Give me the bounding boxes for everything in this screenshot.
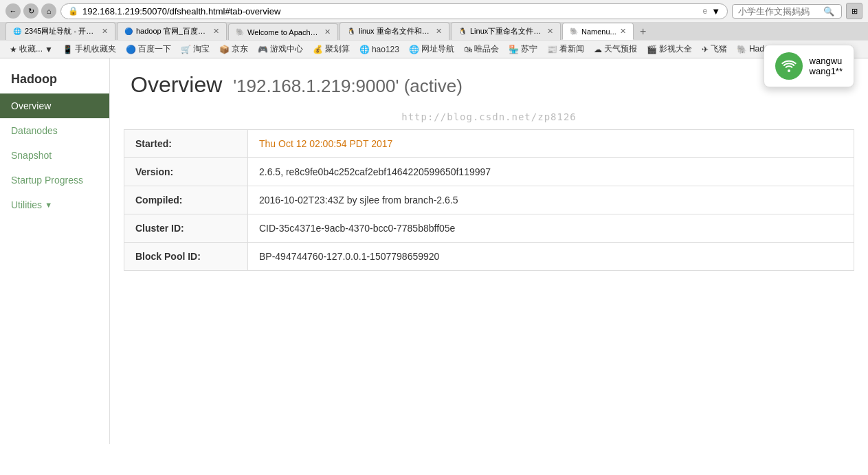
ie-icon: e bbox=[702, 6, 707, 16]
bookmark-hao123-icon: 🌐 bbox=[359, 45, 370, 54]
bookmark-collections[interactable]: ★ 收藏... ▼ bbox=[5, 42, 57, 56]
search-bar[interactable]: 🔍 bbox=[732, 4, 842, 19]
bookmark-nav-icon: 🌐 bbox=[409, 45, 419, 54]
tab-close-4[interactable]: ✕ bbox=[547, 27, 553, 36]
tab-close-2[interactable]: ✕ bbox=[324, 27, 331, 36]
bookmark-news-icon: 📰 bbox=[547, 45, 557, 54]
page-title-sub: '192.168.1.219:9000' (active) bbox=[233, 76, 463, 96]
bookmark-suning[interactable]: 🏪 苏宁 bbox=[504, 42, 542, 56]
bookmark-star-icon: ★ bbox=[10, 45, 17, 54]
table-row: Block Pool ID: BP-494744760-127.0.0.1-15… bbox=[124, 243, 854, 271]
tab-0[interactable]: 🌐 2345网址导航 - 开创中国互... ✕ bbox=[5, 22, 115, 40]
sidebar-item-startup-progress[interactable]: Startup Progress bbox=[0, 168, 109, 192]
tab-favicon-1: 🔵 bbox=[124, 27, 133, 35]
browser-controls: ← ↻ ⌂ bbox=[5, 3, 56, 19]
tab-4[interactable]: 🐧 Linux下重命名文件或文件夹... ✕ bbox=[451, 22, 561, 40]
bookmark-news[interactable]: 📰 看新闻 bbox=[543, 42, 588, 56]
tab-5[interactable]: 🐘 Namenu... ✕ bbox=[562, 23, 634, 40]
bookmark-jd[interactable]: 📦 京东 bbox=[215, 42, 252, 56]
bookmark-weather[interactable]: ☁ 天气预报 bbox=[590, 42, 641, 56]
sidebar-item-datanodes[interactable]: Datanodes bbox=[0, 118, 109, 143]
bookmarks-bar: ★ 收藏... ▼ 📱 手机收藏夹 🔵 百度一下 🛒 淘宝 📦 京东 🎮 游戏中… bbox=[0, 40, 868, 58]
tab-favicon-3: 🐧 bbox=[347, 27, 355, 35]
tab-favicon-0: 🌐 bbox=[13, 27, 21, 35]
tab-label-3: linux 重命名文件和文件夹 ... bbox=[359, 26, 432, 36]
table-row: Started: Thu Oct 12 02:00:54 PDT 2017 bbox=[124, 130, 854, 158]
tab-close-5[interactable]: ✕ bbox=[620, 27, 626, 36]
tab-2[interactable]: 🐘 Welcome to Apache™ Ha... ✕ bbox=[228, 23, 338, 40]
tab-close-0[interactable]: ✕ bbox=[102, 27, 108, 36]
bookmark-nav[interactable]: 🌐 网址导航 bbox=[405, 42, 458, 56]
table-row: Version: 2.6.5, re8c9fe0b4c252caf2ebf146… bbox=[124, 158, 854, 186]
main-content: Overview '192.168.1.219:9000' (active) h… bbox=[110, 58, 868, 444]
wifi-user1: wangwu bbox=[810, 56, 843, 66]
info-table: Started: Thu Oct 12 02:00:54 PDT 2017 Ve… bbox=[124, 129, 854, 271]
search-input[interactable] bbox=[738, 6, 821, 16]
address-bar-row: ← ↻ ⌂ 🔒 e ▼ 🔍 ⊞ bbox=[0, 0, 868, 22]
refresh-button[interactable]: ↻ bbox=[23, 3, 38, 19]
address-input[interactable] bbox=[82, 6, 698, 16]
tabs-bar: 🌐 2345网址导航 - 开创中国互... ✕ 🔵 hadoop 官网_百度搜索… bbox=[0, 22, 868, 40]
lock-icon: 🔒 bbox=[68, 6, 78, 16]
bookmark-juhuasuan-icon: 💰 bbox=[313, 45, 323, 54]
wifi-popup[interactable]: wangwu wang1** bbox=[764, 45, 854, 87]
sidebar-item-overview[interactable]: Overview bbox=[0, 93, 109, 118]
home-button[interactable]: ⌂ bbox=[41, 3, 56, 19]
bookmark-video-icon: 🎬 bbox=[647, 45, 657, 54]
watermark: http://blog.csdn.net/zp8126 bbox=[110, 111, 868, 122]
bookmark-games[interactable]: 🎮 游戏中心 bbox=[254, 42, 307, 56]
sidebar-item-snapshot[interactable]: Snapshot bbox=[0, 143, 109, 168]
wifi-user-info: wangwu wang1** bbox=[810, 56, 843, 76]
bookmark-video[interactable]: 🎬 影视大全 bbox=[643, 42, 696, 56]
info-value-cluster-id: CID-35c4371e-9acb-4370-bcc0-7785b8bff05e bbox=[248, 214, 854, 243]
bookmark-taobao-icon: 🛒 bbox=[181, 45, 191, 54]
tab-1[interactable]: 🔵 hadoop 官网_百度搜索 ✕ bbox=[117, 22, 227, 40]
bookmark-fly-icon: ✈ bbox=[702, 45, 709, 54]
bookmark-hadoop-icon: 🐘 bbox=[737, 45, 747, 54]
address-bar[interactable]: 🔒 e ▼ bbox=[60, 3, 728, 19]
bookmark-baidu[interactable]: 🔵 百度一下 bbox=[122, 42, 175, 56]
info-value-started: Thu Oct 12 02:00:54 PDT 2017 bbox=[248, 130, 854, 158]
bookmark-vipshop[interactable]: 🛍 唯品会 bbox=[460, 42, 503, 56]
back-button[interactable]: ← bbox=[5, 3, 21, 19]
info-label-started: Started: bbox=[124, 130, 248, 158]
dropdown-icon[interactable]: ▼ bbox=[711, 6, 720, 16]
bookmark-vip-icon: 🛍 bbox=[464, 45, 472, 54]
bookmark-baidu-icon: 🔵 bbox=[126, 45, 136, 54]
sidebar: Hadoop Overview Datanodes Snapshot Start… bbox=[0, 58, 110, 444]
utilities-dropdown-arrow: ▼ bbox=[45, 201, 52, 209]
info-label-compiled: Compiled: bbox=[124, 186, 248, 214]
tab-favicon-5: 🐘 bbox=[570, 27, 578, 35]
tab-close-3[interactable]: ✕ bbox=[436, 27, 442, 36]
tab-favicon-2: 🐘 bbox=[236, 28, 244, 36]
bookmark-mobile[interactable]: 📱 手机收藏夹 bbox=[58, 42, 120, 56]
bookmark-taobao[interactable]: 🛒 淘宝 bbox=[177, 42, 214, 56]
bookmark-weather-icon: ☁ bbox=[594, 45, 602, 54]
search-icon[interactable]: 🔍 bbox=[823, 6, 834, 16]
sidebar-item-utilities[interactable]: Utilities ▼ bbox=[0, 192, 109, 217]
info-value-block-pool-id: BP-494744760-127.0.0.1-1507798659920 bbox=[248, 243, 854, 271]
wifi-user2: wang1** bbox=[810, 66, 843, 76]
tab-label-2: Welcome to Apache™ Ha... bbox=[247, 28, 321, 36]
bookmark-juhuasuan[interactable]: 💰 聚划算 bbox=[309, 42, 354, 56]
new-tab-button[interactable]: + bbox=[635, 23, 652, 40]
bookmark-mobile-icon: 📱 bbox=[63, 45, 73, 54]
tab-close-1[interactable]: ✕ bbox=[213, 27, 219, 36]
browser-chrome: ← ↻ ⌂ 🔒 e ▼ 🔍 ⊞ 🌐 2345网址导航 - 开创中国互... ✕ … bbox=[0, 0, 868, 58]
info-value-compiled: 2016-10-02T23:43Z by sjlee from branch-2… bbox=[248, 186, 854, 214]
tab-3[interactable]: 🐧 linux 重命名文件和文件夹 ... ✕ bbox=[340, 22, 449, 40]
info-value-version: 2.6.5, re8c9fe0b4c252caf2ebf146422059965… bbox=[248, 158, 854, 186]
bookmark-suning-icon: 🏪 bbox=[509, 45, 519, 54]
tab-label-1: hadoop 官网_百度搜索 bbox=[136, 26, 210, 36]
bookmark-fly[interactable]: ✈ 飞猪 bbox=[698, 42, 731, 56]
extension-button[interactable]: ⊞ bbox=[846, 3, 863, 19]
tab-label-4: Linux下重命名文件或文件夹... bbox=[470, 26, 544, 36]
page-content: Hadoop Overview Datanodes Snapshot Start… bbox=[0, 58, 868, 444]
sidebar-nav: Overview Datanodes Snapshot Startup Prog… bbox=[0, 93, 109, 217]
tab-label-5: Namenu... bbox=[581, 27, 616, 36]
page-title: Overview '192.168.1.219:9000' (active) bbox=[131, 72, 847, 98]
wifi-icon bbox=[775, 52, 803, 80]
info-label-cluster-id: Cluster ID: bbox=[124, 214, 248, 243]
bookmark-hao123[interactable]: 🌐 hao123 bbox=[355, 43, 403, 56]
bookmark-games-icon: 🎮 bbox=[258, 45, 268, 54]
